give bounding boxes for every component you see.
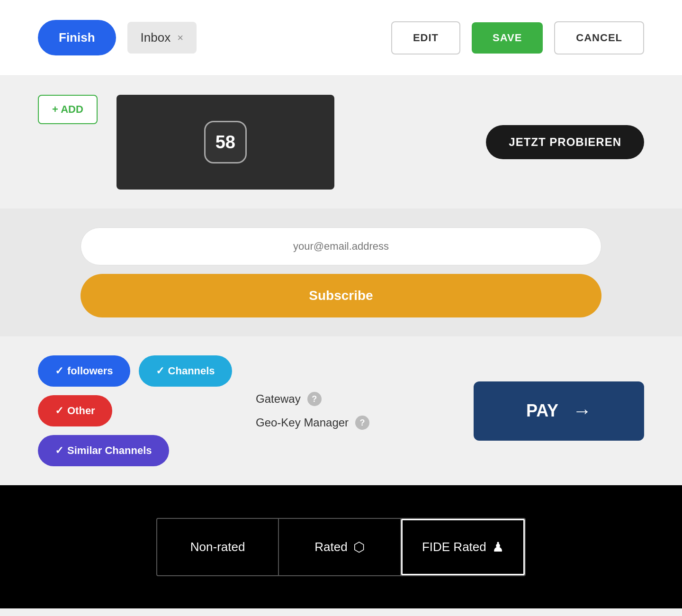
tab-rated[interactable]: Rated ⬡ (279, 519, 401, 575)
save-button[interactable]: SAVE (472, 22, 543, 54)
gateway-setting-row: Gateway ? (256, 392, 455, 406)
gateway-label: Gateway (256, 392, 301, 406)
fide-rated-label: FIDE Rated (422, 540, 486, 554)
arrow-right-icon: → (573, 400, 592, 422)
add-button[interactable]: + ADD (38, 95, 98, 124)
tag-similar-channels[interactable]: ✓ Similar Channels (38, 435, 169, 466)
bottom-section: Non-rated Rated ⬡ FIDE Rated ♟ (0, 485, 682, 608)
geo-key-setting-row: Geo-Key Manager ? (256, 416, 455, 430)
inbox-close-icon[interactable]: × (177, 32, 183, 44)
tab-fide-rated[interactable]: FIDE Rated ♟ (401, 519, 525, 575)
pay-label: PAY (526, 401, 558, 421)
top-bar: Finish Inbox × EDIT SAVE CANCEL (0, 0, 682, 76)
non-rated-label: Non-rated (190, 540, 245, 554)
pay-button[interactable]: PAY → (474, 381, 644, 441)
tab-non-rated[interactable]: Non-rated (157, 519, 279, 575)
geo-key-label: Geo-Key Manager (256, 416, 349, 429)
finish-button[interactable]: Finish (38, 20, 116, 55)
cancel-button[interactable]: CANCEL (554, 21, 644, 54)
rated-label: Rated (314, 540, 347, 554)
rating-tabs: Non-rated Rated ⬡ FIDE Rated ♟ (156, 518, 526, 576)
main-content: + ADD 58 JETZT PROBIEREN (0, 76, 682, 208)
subscribe-section: Subscribe (0, 208, 682, 336)
tag-followers[interactable]: ✓ followers (38, 355, 130, 387)
filters-section: ✓ followers ✓ Channels ✓ Other ✓ Similar… (0, 336, 682, 485)
tags-group: ✓ followers ✓ Channels ✓ Other ✓ Similar… (38, 355, 237, 466)
dark-banner: 58 (117, 95, 334, 190)
fide-chess-icon: ♟ (492, 539, 504, 555)
tag-other[interactable]: ✓ Other (38, 395, 112, 426)
tag-channels[interactable]: ✓ Channels (139, 355, 232, 387)
inbox-label: Inbox (141, 30, 171, 45)
app-icon: 58 (204, 121, 247, 163)
edit-button[interactable]: EDIT (391, 21, 460, 54)
hex-icon: ⬡ (353, 539, 365, 555)
email-input[interactable] (81, 227, 601, 265)
settings-group: Gateway ? Geo-Key Manager ? (256, 392, 455, 430)
subscribe-button[interactable]: Subscribe (81, 274, 601, 317)
inbox-tab[interactable]: Inbox × (127, 22, 197, 54)
jetzt-probieren-button[interactable]: JETZT PROBIEREN (486, 125, 644, 159)
gateway-help-icon[interactable]: ? (307, 392, 322, 406)
geo-key-help-icon[interactable]: ? (355, 416, 369, 430)
